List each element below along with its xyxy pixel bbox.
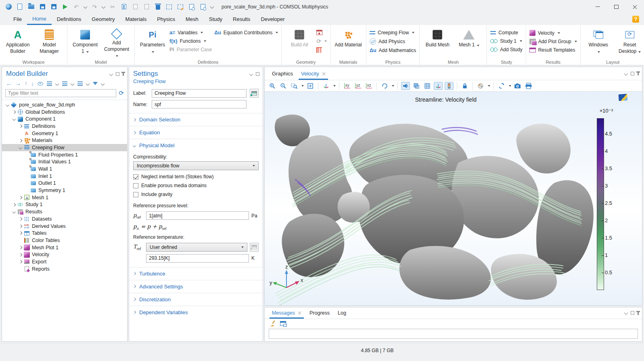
tree-item-results[interactable]: Results (2, 208, 127, 215)
tree-item-mesh1[interactable]: Mesh 1 (2, 194, 127, 201)
zoom-out-icon[interactable] (279, 82, 288, 90)
clear-messages-icon[interactable] (270, 320, 276, 327)
tree-item-global-definitions[interactable]: Global Definitions (2, 109, 127, 116)
gravity-checkbox[interactable] (133, 192, 138, 197)
tab-home[interactable]: Home (27, 13, 52, 25)
zoom-in-icon[interactable] (268, 82, 277, 90)
environment-dropdown-icon[interactable] (488, 85, 490, 87)
tree-filter-input[interactable] (5, 89, 116, 97)
add-mathematics-button[interactable]: Δu Add Mathematics (370, 48, 416, 53)
tree-item-wall1[interactable]: D Wall 1 (2, 165, 127, 173)
tree-item-inlet1[interactable]: Inlet 1 (2, 173, 127, 180)
section-domain-selection[interactable]: Domain Selection (129, 113, 263, 126)
view-xz-icon[interactable]: xz (364, 82, 373, 90)
find-in-model-icon[interactable] (199, 3, 207, 10)
tree-item-derived-values[interactable]: 8.85e-12 Derived Values (2, 223, 127, 230)
variables-button[interactable]: a= Variables (169, 30, 212, 35)
find-icon[interactable] (188, 3, 195, 10)
parameters-button[interactable]: Pi Parameters (138, 27, 167, 59)
ref-temperature-input[interactable] (146, 254, 249, 263)
tab-geometry[interactable]: Geometry (86, 13, 120, 25)
stokes-flow-checkbox[interactable] (133, 174, 138, 179)
section-dependent-variables[interactable]: Dependent Variables (129, 306, 263, 319)
zoom-box-icon[interactable] (290, 82, 299, 90)
add-plot-group-button[interactable]: Add Plot Group (529, 39, 577, 44)
close-tab-icon[interactable] (322, 72, 326, 75)
default-view-dropdown-icon[interactable] (333, 85, 336, 87)
zoom-box-dropdown-icon[interactable] (301, 85, 304, 87)
tree-item-materials[interactable]: Materials (2, 137, 127, 144)
tab-study[interactable]: Study (204, 13, 228, 25)
save-as-icon[interactable] (50, 3, 57, 10)
qat-customize-icon[interactable] (210, 5, 214, 9)
tab-graphics-window[interactable]: Graphics (268, 67, 297, 80)
expand-all-icon[interactable] (47, 81, 52, 86)
messages-float-icon[interactable] (631, 311, 634, 315)
messages-menu-icon[interactable] (624, 311, 628, 315)
clear-selection-icon[interactable] (177, 3, 184, 10)
zoom-extents-icon[interactable] (306, 82, 315, 90)
tree-item-creeping-flow[interactable]: Creeping Flow (2, 144, 127, 151)
paste-icon[interactable] (132, 3, 139, 10)
snapshot-icon[interactable] (513, 82, 522, 90)
grid-icon[interactable] (423, 82, 432, 90)
mesh1-button[interactable]: Mesh 1 (454, 27, 483, 59)
new-file-icon[interactable] (16, 3, 23, 10)
porous-media-checkbox[interactable] (133, 183, 138, 188)
run-icon[interactable] (61, 3, 69, 10)
tree-item-export[interactable]: Export (2, 258, 127, 265)
update-plot-dropdown-icon[interactable] (509, 85, 511, 87)
rename-button[interactable] (250, 89, 259, 98)
show-icon[interactable] (38, 82, 43, 86)
filter-dropdown-icon[interactable] (101, 81, 105, 86)
forward-icon[interactable]: → (15, 80, 21, 87)
print-icon[interactable] (524, 82, 533, 90)
name-input[interactable] (152, 100, 247, 109)
move-down-icon[interactable]: ↓ (31, 80, 34, 87)
update-plot-icon[interactable] (497, 82, 506, 90)
section-equation[interactable]: Equation (129, 126, 263, 139)
section-turbulence[interactable]: Turbulence (129, 267, 263, 280)
select-box-icon[interactable] (165, 3, 173, 10)
windows-button[interactable]: Windows (584, 27, 613, 59)
paste-special-icon[interactable] (143, 3, 150, 10)
equation-contributions-button[interactable]: Δu Equation Contributions (214, 30, 278, 35)
ref-temperature-dropdown[interactable]: User defined (146, 243, 247, 252)
tree-item-reports[interactable]: Reports (2, 265, 127, 273)
settings-menu-icon[interactable] (249, 72, 253, 76)
settings-float-icon[interactable] (256, 72, 259, 76)
tree-item-mesh-plot1[interactable]: * Mesh Plot 1 (2, 244, 127, 251)
minimize-button[interactable] (588, 0, 607, 13)
expand-dropdown-icon[interactable] (55, 81, 59, 86)
undo-dropdown-icon[interactable] (84, 5, 88, 9)
view-yz-icon[interactable]: yz (353, 82, 362, 90)
ref-pressure-input[interactable] (146, 211, 249, 220)
model-manager-button[interactable]: Model Manager (35, 27, 64, 59)
redo-icon[interactable]: ↷ (91, 3, 98, 10)
section-physical-model[interactable]: Physical Model (129, 139, 263, 152)
undo-icon[interactable]: ↶ (73, 3, 80, 10)
node-label-icon[interactable] (77, 81, 83, 86)
tab-physics[interactable]: Physics (152, 13, 180, 25)
panel-menu-icon[interactable] (109, 72, 113, 76)
message-table-icon[interactable] (280, 321, 286, 326)
compute-button[interactable]: Compute (490, 30, 522, 35)
collapse-dropdown-icon[interactable] (71, 81, 75, 86)
tree-item-root[interactable]: pore_scale_flow_3d.mph (2, 101, 127, 109)
tree-item-initial-values1[interactable]: D Initial Values 1 (2, 159, 127, 166)
close-messages-icon[interactable] (298, 311, 301, 315)
messages-output[interactable] (269, 329, 638, 339)
compressibility-dropdown[interactable]: Incompressible flow (133, 161, 259, 170)
tree-item-outlet1[interactable]: Outlet 1 (2, 180, 127, 187)
panel-float-icon[interactable] (116, 72, 119, 76)
tab-file[interactable]: File (8, 13, 27, 25)
label-input[interactable] (152, 89, 247, 98)
tab-mesh[interactable]: Mesh (180, 13, 204, 25)
back-icon[interactable]: ← (6, 80, 12, 87)
tab-materials[interactable]: Materials (120, 13, 152, 25)
show-legend-icon[interactable] (445, 82, 454, 90)
messages-pin-icon[interactable] (638, 311, 639, 315)
open-file-icon[interactable] (27, 3, 35, 10)
filter-icon[interactable] (93, 82, 98, 85)
section-advanced-settings[interactable]: Advanced Settings (129, 280, 263, 293)
